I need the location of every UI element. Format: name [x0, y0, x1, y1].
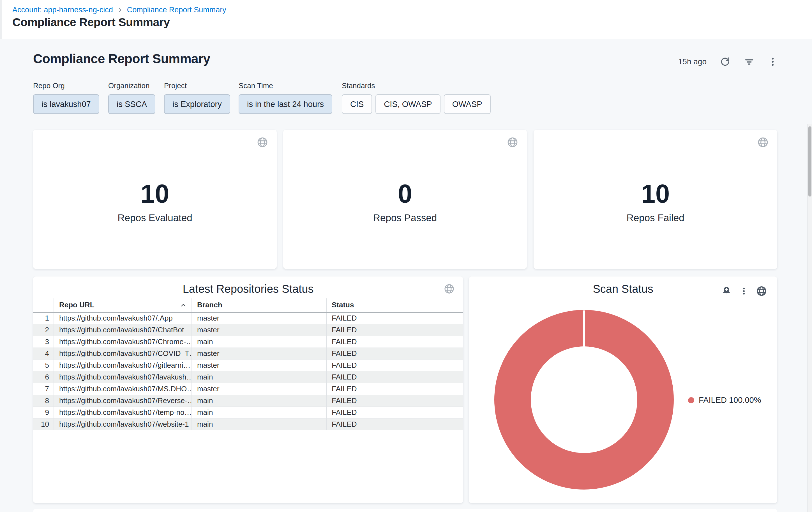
table-header-row: Repo URL Branch Status: [33, 298, 463, 312]
globe-icon[interactable]: [257, 136, 268, 149]
branch-cell: master: [192, 348, 326, 359]
table-row: 4https://github.com/lavakush07/COVID_T…m…: [33, 348, 463, 359]
refresh-icon[interactable]: [720, 56, 731, 68]
breadcrumb: Account: app-harness-ng-cicd Compliance …: [12, 6, 226, 14]
repo-url-cell: https://github.com/lavakush07/lavakush…: [54, 371, 192, 383]
filter-chip-standards-cis-owasp[interactable]: CIS, OWASP: [375, 94, 440, 114]
filter-label: Repo Org: [33, 81, 99, 90]
filter-standards: Standards CIS CIS, OWASP OWASP: [342, 81, 491, 114]
scan-status-donut-chart: [494, 310, 674, 489]
stat-label: Repos Evaluated: [33, 213, 277, 223]
branch-cell: master: [192, 324, 326, 336]
globe-icon[interactable]: [507, 136, 518, 149]
next-card-top-edge: [33, 509, 777, 512]
table-row: 3https://github.com/lavakush07/Chrome-…m…: [33, 336, 463, 348]
stat-value: 0: [283, 181, 527, 207]
status-cell: FAILED: [326, 359, 463, 371]
table-row: 9https://github.com/lavakush07/temp-no…m…: [33, 406, 463, 418]
breadcrumb-page-link[interactable]: Compliance Report Summary: [127, 6, 226, 14]
branch-cell: main: [192, 406, 326, 418]
filter-icon[interactable]: [744, 56, 755, 68]
row-number: 4: [33, 348, 54, 359]
globe-icon[interactable]: [757, 136, 769, 149]
dashboard-controls: 15h ago: [678, 55, 778, 69]
bell-plus-icon[interactable]: [721, 286, 732, 296]
branch-cell: main: [192, 395, 326, 406]
filter-chip-project[interactable]: is Exploratory: [164, 94, 230, 114]
filter-chip-organization[interactable]: is SSCA: [108, 94, 155, 114]
repo-url-cell: https://github.com/lavakush07/.App: [54, 312, 192, 324]
row-number: 1: [33, 312, 54, 324]
row-number: 7: [33, 383, 54, 395]
page-header: Account: app-harness-ng-cicd Compliance …: [0, 0, 812, 39]
filter-organization: Organization is SSCA: [108, 81, 155, 114]
stat-label: Repos Passed: [283, 213, 527, 223]
stat-value: 10: [533, 181, 777, 207]
filter-chip-scan-time[interactable]: is in the last 24 hours: [239, 94, 332, 114]
filter-scan-time: Scan Time is in the last 24 hours: [239, 81, 332, 114]
status-cell: FAILED: [326, 348, 463, 359]
branch-cell: main: [192, 336, 326, 348]
row-number: 10: [33, 418, 54, 430]
filter-chip-repo-org[interactable]: is lavakush07: [33, 94, 99, 114]
filter-label: Organization: [108, 81, 155, 90]
filter-chip-standards-owasp[interactable]: OWASP: [444, 94, 491, 114]
column-header-status[interactable]: Status: [326, 298, 463, 312]
nav-edge-sliver: [0, 0, 2, 39]
filter-chip-standards-cis[interactable]: CIS: [342, 94, 372, 114]
status-cell: FAILED: [326, 336, 463, 348]
last-refreshed-timestamp: 15h ago: [678, 57, 706, 66]
table-card-title: Latest Repositories Status: [33, 283, 463, 294]
legend-dot: [688, 397, 694, 403]
breadcrumb-account-link[interactable]: Account: app-harness-ng-cicd: [12, 6, 113, 14]
column-label: Repo URL: [59, 301, 94, 309]
row-number: 3: [33, 336, 54, 348]
filter-label: Project: [164, 81, 230, 90]
branch-cell: main: [192, 371, 326, 383]
stat-card-repos-passed: 0 Repos Passed: [283, 130, 527, 269]
globe-icon[interactable]: [443, 283, 455, 296]
legend-item-failed[interactable]: FAILED 100.00%: [688, 396, 761, 405]
vertical-scrollbar-thumb[interactable]: [808, 126, 811, 196]
stat-value: 10: [33, 181, 277, 207]
repo-url-cell: https://github.com/lavakush07/COVID_T…: [54, 348, 192, 359]
status-cell: FAILED: [326, 383, 463, 395]
table-row: 7https://github.com/lavakush07/MS.DHO…ma…: [33, 383, 463, 395]
row-number: 5: [33, 359, 54, 371]
stat-label: Repos Failed: [533, 213, 777, 223]
filter-label: Scan Time: [239, 81, 332, 90]
donut-slice-boundary: [583, 311, 585, 347]
repo-url-cell: https://github.com/lavakush07/Chrome-…: [54, 336, 192, 348]
table-row: 2https://github.com/lavakush07/ChatBotma…: [33, 324, 463, 336]
table-row: 5https://github.com/lavakush07/gitlearni…: [33, 359, 463, 371]
sort-ascending-icon: [180, 301, 187, 309]
filter-repo-org: Repo Org is lavakush07: [33, 81, 99, 114]
status-cell: FAILED: [326, 406, 463, 418]
table-row: 8https://github.com/lavakush07/Reverse-……: [33, 395, 463, 406]
globe-icon[interactable]: [756, 286, 767, 297]
table-row: 10https://github.com/lavakush07/website-…: [33, 418, 463, 430]
table-row: 6https://github.com/lavakush07/lavakush……: [33, 371, 463, 383]
column-header-repo-url[interactable]: Repo URL: [54, 298, 192, 312]
branch-cell: master: [192, 312, 326, 324]
branch-cell: master: [192, 359, 326, 371]
repo-url-cell: https://github.com/lavakush07/website-1: [54, 418, 192, 430]
filter-label: Standards: [342, 81, 491, 90]
repo-url-cell: https://github.com/lavakush07/Reverse-…: [54, 395, 192, 406]
kebab-menu-icon[interactable]: [768, 57, 778, 67]
dashboard-title: Compliance Report Summary: [33, 51, 210, 66]
status-cell: FAILED: [326, 418, 463, 430]
kebab-menu-icon[interactable]: [740, 287, 748, 295]
column-header-branch[interactable]: Branch: [192, 298, 326, 312]
row-number: 9: [33, 406, 54, 418]
legend-label: FAILED 100.00%: [699, 396, 761, 405]
scan-status-card: Scan Status FAILED 100.00%: [469, 276, 777, 503]
row-number: 2: [33, 324, 54, 336]
stat-card-repos-failed: 10 Repos Failed: [533, 130, 777, 269]
scan-card-actions: [721, 286, 767, 297]
repo-url-cell: https://github.com/lavakush07/MS.DHO…: [54, 383, 192, 395]
status-cell: FAILED: [326, 312, 463, 324]
status-cell: FAILED: [326, 371, 463, 383]
latest-repositories-status-card: Latest Repositories Status Repo URL: [33, 276, 463, 503]
chevron-right-icon: [117, 7, 123, 13]
